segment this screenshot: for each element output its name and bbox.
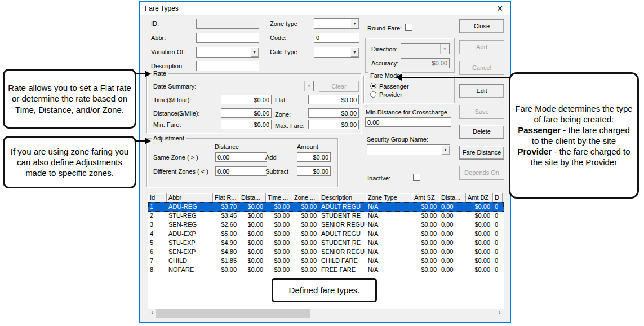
round-fare-label: Round Fare: <box>367 25 402 32</box>
column-header[interactable]: Zone ... <box>292 193 319 202</box>
abbr-label: Abbr: <box>151 34 166 41</box>
abbr-field[interactable] <box>196 33 259 43</box>
min-distance-crosscharge-field[interactable]: 0.00 <box>365 117 451 127</box>
table-cell: N/A <box>366 230 412 239</box>
security-group-label: Security Group Name: <box>367 136 428 143</box>
zone-field[interactable]: $0.00 <box>308 108 359 118</box>
same-zone-field[interactable]: 0.00 <box>215 152 267 162</box>
column-header[interactable]: Abbr <box>167 193 213 202</box>
table-cell: 0 <box>493 266 503 275</box>
table-cell: $0.00 <box>292 221 319 230</box>
column-header[interactable]: Amt SZ <box>412 193 439 202</box>
table-row[interactable]: 2STU-REG$3.45$0.00$0.00$0.00STUDENT REN/… <box>148 212 504 221</box>
table-cell: N/A <box>366 248 412 257</box>
description-field[interactable] <box>196 61 259 71</box>
amount-column-header: Amount <box>297 143 318 150</box>
table-cell: N/A <box>366 239 412 248</box>
depends-on-button: Depends On <box>459 166 504 180</box>
table-row[interactable]: 1ADU-REG$3.70$0.00$0.00$0.00ADULT REGUN/… <box>148 202 504 212</box>
scroll-left-icon[interactable]: ‹ <box>148 309 157 318</box>
max-fare-field[interactable]: $0.00 <box>308 120 359 129</box>
close-button[interactable]: Close <box>459 19 504 33</box>
provider-radio[interactable] <box>370 91 376 98</box>
column-header[interactable]: Description <box>319 193 366 202</box>
table-row[interactable]: 5STU-EXP$4.90$0.00$0.00$0.00STUDENT REN/… <box>148 239 504 248</box>
callout-defined-text: Defined fare types. <box>277 285 372 296</box>
column-header[interactable]: Amt DZ <box>466 193 493 202</box>
time-field[interactable]: $0.00 <box>221 95 272 104</box>
delete-button[interactable]: Delete <box>459 125 504 139</box>
dialog-body: ID: Zone type ▼ Abbr: Code: 0 Variation … <box>140 15 510 322</box>
table-cell: NOFARE <box>167 266 213 275</box>
max-fare-label: Max. Fare: <box>275 122 305 129</box>
add-label: Add <box>265 154 277 161</box>
round-fare-checkbox[interactable] <box>405 24 412 31</box>
chevron-down-icon: ▼ <box>440 44 449 54</box>
column-header[interactable]: Flat R... <box>213 193 239 202</box>
clear-button: Clear <box>319 81 359 92</box>
dialog-titlebar[interactable]: Fare Types ✕ <box>140 2 510 15</box>
min-fare-field[interactable]: $0.00 <box>221 120 272 129</box>
inactive-checkbox[interactable] <box>413 174 420 181</box>
table-row[interactable]: 6SEN-EXP$4.80$0.00$0.00$0.00SENIOR REGUN… <box>148 248 504 257</box>
zone-type-dropdown[interactable]: ▼ <box>314 18 359 29</box>
security-group-dropdown[interactable]: ▼ <box>367 144 450 155</box>
table-row[interactable]: 4ADU-EXP$5.00$0.00$0.00$0.00ADULT REGUN/… <box>148 230 504 239</box>
chevron-down-icon[interactable]: ▼ <box>350 19 359 28</box>
direction-label: Direction: <box>371 46 397 52</box>
table-cell: N/A <box>366 257 412 266</box>
close-icon[interactable]: ✕ <box>496 3 503 14</box>
flat-field[interactable]: $0.00 <box>308 95 359 104</box>
edit-button[interactable]: Edit <box>459 84 504 98</box>
zone-label: Zone: <box>275 111 291 118</box>
table-cell: SEN-REG <box>167 221 213 230</box>
column-header[interactable]: D <box>493 193 503 202</box>
table-cell: 6 <box>148 248 167 257</box>
add-button: Add <box>459 40 504 54</box>
calc-type-label: Calc Type : <box>270 49 301 55</box>
variation-of-dropdown[interactable]: ▼ <box>196 47 259 58</box>
add-amount-field[interactable]: $0.00 <box>297 152 331 162</box>
table-cell: $3.45 <box>213 212 239 221</box>
table-cell: ADU-REG <box>167 202 213 212</box>
fare-distance-button[interactable]: Fare Distance <box>459 146 504 160</box>
table-cell: $0.00 <box>412 257 439 266</box>
callout-adjustment-text: If you are using zone faring you can als… <box>8 146 131 178</box>
table-cell: 0 <box>493 230 503 239</box>
column-header[interactable]: Zone Type <box>366 193 412 202</box>
scroll-right-icon[interactable]: › <box>495 309 504 318</box>
table-cell: $0.00 <box>266 248 292 257</box>
callout-fare-mode-passenger: Passenger - the fare charged to the clie… <box>514 125 634 146</box>
chevron-down-icon[interactable]: ▼ <box>441 145 450 155</box>
column-header[interactable]: Time ... <box>266 193 292 202</box>
table-cell: $0.00 <box>292 230 319 239</box>
code-label: Code: <box>270 34 286 41</box>
table-cell: FREE FARE <box>319 266 366 275</box>
column-header[interactable]: Id <box>148 193 167 202</box>
table-cell: $5.00 <box>213 230 239 239</box>
table-cell: CHILD FARE <box>319 257 366 266</box>
different-zones-field[interactable]: 0.00 <box>215 166 267 176</box>
table-cell: 1 <box>148 202 167 212</box>
distance-field[interactable]: $0.00 <box>221 108 272 118</box>
passenger-radio[interactable] <box>370 83 376 89</box>
subtract-amount-field[interactable]: $0.00 <box>297 166 331 176</box>
table-cell: 0 <box>493 257 503 266</box>
chevron-down-icon[interactable]: ▼ <box>250 47 259 57</box>
calc-type-dropdown[interactable]: ▼ <box>314 47 359 58</box>
chevron-down-icon[interactable]: ▼ <box>350 47 359 57</box>
horizontal-scrollbar[interactable]: ‹ › <box>148 309 504 318</box>
screenshot-canvas: Rate allows you to set a Flat rate or de… <box>0 0 644 326</box>
callout-defined-fare-types: Defined fare types. <box>272 278 377 302</box>
table-cell: 3 <box>148 221 167 230</box>
table-row[interactable]: 3SEN-REG$2.60$0.00$0.00$0.00SENIOR REGUN… <box>148 221 504 230</box>
table-row[interactable]: 8NOFARE$0.00$0.00$0.00$0.00FREE FAREN/A$… <box>148 266 504 275</box>
scrollbar-thumb[interactable] <box>156 309 310 318</box>
table-cell: STUDENT RE <box>319 212 366 221</box>
table-cell: SENIOR REGU <box>319 248 366 257</box>
column-header[interactable]: Dista... <box>439 193 466 202</box>
code-field[interactable]: 0 <box>314 33 359 43</box>
column-header[interactable]: Dista... <box>239 193 266 202</box>
time-label: Time($/Hour): <box>153 96 191 103</box>
table-row[interactable]: 7CHILD$1.85$0.00$0.00$0.00CHILD FAREN/A$… <box>148 257 504 266</box>
